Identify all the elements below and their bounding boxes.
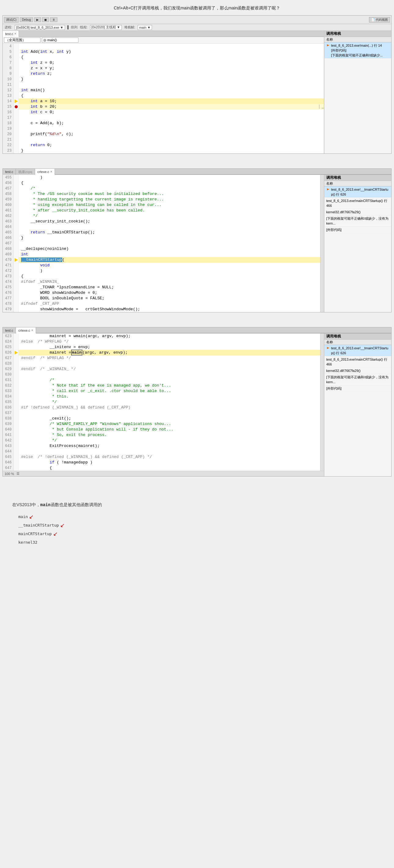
diagram-arrow-tmain: ↙ (60, 521, 65, 530)
code-line: 16 int c = 0; (3, 110, 324, 115)
tab-close-2[interactable]: × (50, 170, 52, 173)
code-line: 627 #endif /* WPRFLAG */ (3, 355, 324, 361)
stack-value[interactable]: main ▼ (138, 25, 152, 30)
diagram-row-main-crt: mainCRTStartup ↙ (18, 530, 382, 538)
tab-close-1[interactable]: × (14, 32, 16, 35)
call-stack-col-header: 名称 (325, 37, 391, 42)
ide-main-2: 455 ) 456 { 457 /* 458 (3, 175, 391, 312)
current-line-arrow (14, 99, 18, 103)
debug-menu-btn[interactable]: 调试(C) (4, 17, 19, 23)
tabs-bar-3: test.c crtexe.c × (3, 328, 391, 334)
cs-text: kernel32.dll!7667fa29() (326, 210, 361, 215)
call-stack-item[interactable]: ► test_8_6_2013.exe!__tmainCRTStartup() … (325, 345, 391, 356)
diagram-label-main: main (18, 513, 28, 521)
code-line: 631 /* (3, 377, 324, 383)
code-line: 456 { (3, 180, 324, 186)
diagram-arrow-main-crt: ↙ (53, 530, 58, 538)
cs-arrow: ► (326, 187, 330, 191)
code-line: 476 WORD showWindowMode = 0; (3, 290, 324, 296)
tab-test-c-3[interactable]: test.c (3, 328, 16, 334)
diagram-row-tmain: __tmainCRTStartup ↙ (18, 521, 382, 530)
stop-btn[interactable]: ◼ (42, 18, 49, 22)
cs-text: test_8_6_2013.exe!__tmainCRTStartup() 行 … (331, 187, 389, 197)
call-diagram: main ↙ __tmainCRTStartup ↙ mainCRTStartu… (18, 513, 382, 547)
ide-toolbar-1: 调试(C) Debug ▶ ◼ ⏸ 📄 代码视图 (3, 16, 391, 24)
code-line: 20 printf("%d\n", c); (3, 131, 324, 137)
tab-close-3[interactable]: × (31, 329, 33, 332)
ide-info-bar-1: 进程: [0x69C8] test_8_6_2013.exe ▼ ▌ 排列 线程… (3, 24, 391, 31)
debug-btn[interactable]: Debug (20, 18, 33, 22)
code-line: 632 * Note that if the exe is managed ap… (3, 383, 324, 389)
tab-crtexe-c-3[interactable]: crtexe.c × (16, 328, 36, 334)
process-value[interactable]: [0x69C8] test_8_6_2013.exe ▼ (14, 25, 65, 30)
code-line: 642 */ (3, 438, 324, 443)
call-stack-item[interactable]: ► test_8_6_2013.exe!main(...) 行 14 [外部代码… (325, 42, 391, 59)
cs-text: test_8_6_2013.exe!mainCRTStartup() 行 466 (326, 357, 389, 367)
call-stack-item[interactable]: kernel32.dll!7667fa29() (325, 368, 391, 374)
code-line: 623 mainret = wmain(argc, argv, envp); (3, 334, 324, 339)
code-line: 647 { (3, 465, 324, 471)
code-line: 625 __initenv = envp; (3, 344, 324, 350)
tab-test-c[interactable]: test.c × (3, 31, 19, 37)
code-line: 471 void (3, 263, 324, 268)
code-line: 469 int (3, 252, 324, 257)
call-stack-header: 调用堆栈 (325, 31, 391, 37)
code-line: 477 BOOL inDoubleQuote = FALSE; (3, 296, 324, 301)
code-line: 640 * but Console applications will - if… (3, 427, 324, 432)
call-stack-item[interactable]: ► test_8_6_2013.exe!__tmainCRTStartup() … (325, 186, 391, 198)
code-panel-3: 623 mainret = wmain(argc, argv, envp); 6… (3, 334, 324, 476)
code-nav-bar-1: （全局范围） ◎ main() (3, 37, 324, 43)
code-line: 9 return z; (3, 71, 324, 76)
code-line: 17 (3, 115, 324, 121)
call-stack-item[interactable]: [下面的框架可能不正确和/或缺少，没有为 kern... (325, 374, 391, 385)
call-stack-item[interactable]: [外部代码] (325, 385, 391, 392)
tab-test-c-2[interactable]: test.c (3, 169, 16, 175)
code-line: 22 return 0; (3, 143, 324, 148)
code-area-3: 623 mainret = wmain(argc, argv, envp); 6… (3, 334, 324, 471)
func-dropdown[interactable]: ◎ main() (42, 37, 79, 43)
call-stack-item[interactable]: [外部代码] (325, 227, 391, 233)
code-line: 479 showWindowMode = crtGetShowWindowMod… (3, 307, 324, 312)
code-line: 645 #else /* !defined (_WINMAIN_) && def… (3, 454, 324, 460)
call-stack-item[interactable]: [下面的框架可能不正确和/或缺少，没有为 kern... (325, 215, 391, 227)
tab-yangkang[interactable]: 杨康zcpq (16, 169, 35, 175)
code-line: 19 (3, 126, 324, 131)
code-line: 643 ExitProcess(mainret); (3, 443, 324, 449)
code-line: 455 ) (3, 175, 324, 180)
thread-value[interactable]: [0x2D20] 主线程 ▼ (90, 25, 122, 30)
call-stack-item[interactable]: test_8_6_2013.exe!mainCRTStartup() 行 466 (325, 356, 391, 368)
code-line-current: 14 int a = 10; (3, 98, 324, 104)
code-line: 464 (3, 224, 324, 230)
call-stack-col-3: 名称 (325, 340, 391, 345)
ide-block-3: test.c crtexe.c × 623 mainret = wmain(ar… (2, 327, 392, 476)
thread-label: 线程: (80, 25, 88, 30)
code-view-btn[interactable]: 📄 代码视图 (369, 17, 390, 23)
code-line: 23 } (3, 148, 324, 153)
intro-prefix: 在VS2013中， (12, 502, 40, 507)
spacer-2 (0, 314, 394, 326)
code-line: 4 (3, 43, 324, 49)
ide-block-1: 调试(C) Debug ▶ ◼ ⏸ 📄 代码视图 进程: [0x69C8] te… (2, 15, 392, 154)
call-stack-header-3: 调用堆栈 (325, 334, 391, 340)
code-line: 474 #ifdef _WINMAIN_ (3, 279, 324, 285)
call-stack-item[interactable]: kernel32.dll!7667fa29() (325, 209, 391, 215)
call-stack-item[interactable]: test_8_6_2013.exe!mainCRTStartup() 行 466 (325, 198, 391, 209)
spacer-3 (0, 478, 394, 496)
scrollbar-3[interactable] (320, 334, 324, 471)
run-btn[interactable]: ▶ (34, 18, 41, 22)
pause-btn[interactable]: ⏸ (50, 18, 57, 22)
cs-text: test_8_6_2013.exe!__tmainCRTStartup() 行 … (331, 346, 389, 355)
code-line: 646 if ( !managedapp ) (3, 460, 324, 465)
tabs-bar-2: test.c 杨康zcpq crtexe.c × (3, 169, 391, 175)
tab-crtexe-c[interactable]: crtexe.c × (35, 169, 55, 175)
scrollbar-2[interactable] (320, 175, 324, 312)
code-line-highlight: 470 __tmainCRTStartup( (3, 257, 324, 263)
diagram-section: 在VS2013中，main函数也是被其他函数调用的 main ↙ __tmain… (0, 496, 394, 553)
scope-dropdown[interactable]: （全局范围） (4, 37, 40, 43)
call-stack-panel-1: 调用堆栈 名称 ► test_8_6_2013.exe!main(...) 行 … (324, 31, 391, 153)
page-title: Ctrl+Alt+C打开调用堆栈，我们发现main函数被调用了，那么main函数… (0, 0, 394, 14)
code-line: 635 */ (3, 399, 324, 405)
cs-text: [下面的框架可能不正确和/或缺少，没有为 kern... (326, 216, 389, 226)
intro-suffix: 函数也是被其他函数调用的 (51, 502, 102, 507)
code-line: 636 #if !defined (_WINMAIN_) && defined … (3, 405, 324, 410)
